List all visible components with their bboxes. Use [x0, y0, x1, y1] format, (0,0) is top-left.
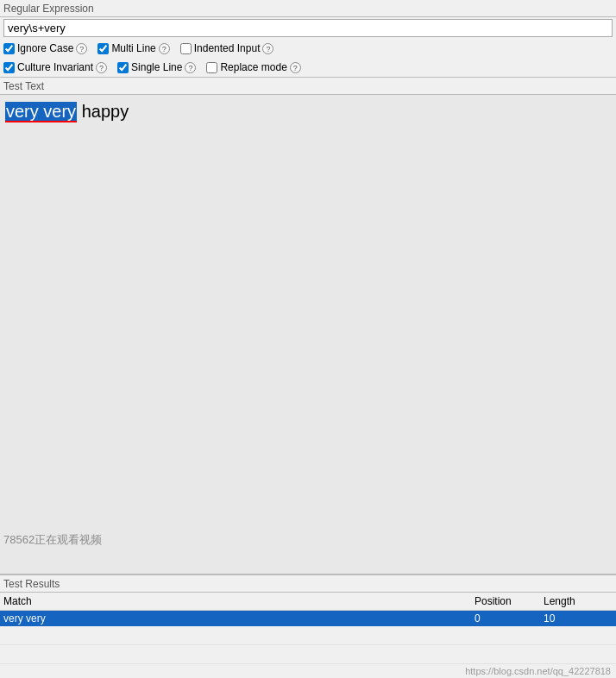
multi-line-help-icon[interactable]: ?: [159, 43, 170, 54]
col-position-header: Position: [475, 595, 544, 607]
url-watermark: https://blog.csdn.net/qq_42227818: [0, 664, 616, 678]
regex-section: Regular Expression very\s+very Ignore Ca…: [0, 0, 616, 78]
indented-input-label: Indented Input: [194, 42, 261, 54]
test-text-section: Test Text very very happy 78562正在观看视频: [0, 78, 616, 574]
result-length-0: 10: [544, 612, 613, 625]
indented-input-help-icon[interactable]: ?: [262, 43, 273, 54]
test-text-area[interactable]: very very happy 78562正在观看视频: [0, 95, 616, 574]
test-text-label: Test Text: [0, 78, 616, 95]
col-length-header: Length: [544, 595, 613, 607]
test-results-label: Test Results: [0, 575, 616, 593]
option-indented-input[interactable]: Indented Input ?: [180, 42, 274, 54]
col-match-header: Match: [3, 595, 475, 607]
result-row-0[interactable]: very very 0 10: [0, 611, 616, 626]
results-empty-row-2: [0, 645, 616, 664]
result-match-0: very very: [3, 612, 475, 625]
regex-section-label: Regular Expression: [0, 0, 616, 17]
replace-mode-label: Replace mode: [220, 61, 286, 73]
match-highlight: very very: [5, 102, 77, 122]
option-multi-line[interactable]: Multi Line ?: [97, 42, 169, 54]
culture-invariant-label: Culture Invariant: [17, 61, 93, 73]
test-results-section: Test Results Match Position Length very …: [0, 574, 616, 678]
single-line-help-icon[interactable]: ?: [185, 62, 196, 73]
regex-input[interactable]: very\s+very: [3, 19, 613, 37]
options-row-1: Ignore Case ? Multi Line ? Indented Inpu…: [0, 39, 616, 58]
culture-invariant-checkbox[interactable]: [3, 62, 15, 73]
replace-mode-help-icon[interactable]: ?: [290, 62, 301, 73]
single-line-checkbox[interactable]: [117, 62, 129, 73]
after-match-text: happy: [77, 102, 129, 121]
multi-line-label: Multi Line: [111, 42, 155, 54]
options-row-2: Culture Invariant ? Single Line ? Replac…: [0, 58, 616, 77]
multi-line-checkbox[interactable]: [97, 43, 109, 54]
option-single-line[interactable]: Single Line ?: [117, 61, 196, 73]
option-replace-mode[interactable]: Replace mode ?: [206, 61, 300, 73]
replace-mode-checkbox[interactable]: [206, 62, 217, 73]
ignore-case-label: Ignore Case: [17, 42, 73, 54]
result-position-0: 0: [475, 612, 544, 625]
watermark-text: 78562正在观看视频: [3, 532, 102, 548]
indented-input-checkbox[interactable]: [180, 43, 192, 54]
single-line-label: Single Line: [131, 61, 182, 73]
results-empty-row-1: [0, 626, 616, 645]
option-culture-invariant[interactable]: Culture Invariant ?: [3, 61, 107, 73]
culture-invariant-help-icon[interactable]: ?: [96, 62, 107, 73]
ignore-case-checkbox[interactable]: [3, 43, 15, 54]
ignore-case-help-icon[interactable]: ?: [76, 43, 87, 54]
option-ignore-case[interactable]: Ignore Case ?: [3, 42, 87, 54]
results-header-row: Match Position Length: [0, 593, 616, 611]
